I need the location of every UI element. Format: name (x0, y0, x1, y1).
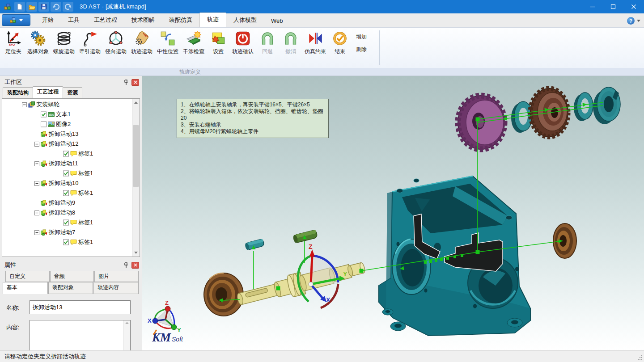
right-bearing[interactable] (553, 223, 576, 258)
collapse-icon[interactable] (34, 210, 39, 215)
close-button[interactable] (623, 0, 644, 13)
tab-process-tree[interactable]: 工艺过程 (33, 86, 63, 98)
checkbox-checked-icon[interactable] (41, 111, 47, 118)
tree-item-label[interactable]: 标签1 (2, 188, 132, 198)
tab-picture[interactable]: 图片 (94, 271, 139, 282)
ribbon-button-add[interactable]: 增加 (356, 33, 367, 41)
scroll-down-icon[interactable] (132, 249, 140, 257)
content-textarea[interactable] (30, 320, 123, 350)
scrollbar-thumb[interactable] (133, 125, 139, 187)
tab-web[interactable]: Web (264, 15, 290, 27)
tab-resources[interactable]: 资源 (63, 87, 82, 98)
ribbon-button-select-object[interactable]: 选择对象 (25, 29, 51, 55)
tree-item-activity11[interactable]: 拆卸活动11 (2, 159, 132, 168)
tree-item-activity9[interactable]: 拆卸活动9 (2, 198, 132, 208)
tree-item-root[interactable]: 安装蜗轮 (2, 100, 132, 109)
tab-trajectory-content[interactable]: 轨迹内容 (93, 282, 139, 294)
app-logo-icon[interactable] (2, 2, 13, 12)
spring-icon (56, 30, 72, 46)
tree-item-image[interactable]: 图像2 (2, 119, 132, 129)
open-file-button[interactable] (26, 2, 37, 12)
tree-item-label[interactable]: 标签1 (2, 237, 132, 247)
ribbon-button-delete[interactable]: 删除 (356, 46, 367, 53)
save-button[interactable] (38, 2, 49, 12)
ribbon-button-radial-motion[interactable]: 径向运动 (103, 29, 129, 55)
tree-item-label[interactable]: 标签1 (2, 218, 132, 227)
help-caret-icon[interactable] (637, 20, 640, 22)
locator-axes-icon: XYZ (5, 30, 21, 46)
ribbon-button-settings[interactable]: 设置 (207, 29, 230, 55)
name-input[interactable] (30, 300, 131, 314)
maximize-button[interactable] (603, 0, 623, 13)
properties-body: 名称: 内容: (2, 294, 140, 350)
note-line: 1、在蜗轮轴上安装轴承，再安装平键16×5、平键26×5 (181, 101, 325, 108)
slotted-nut[interactable] (593, 87, 620, 124)
collapse-icon[interactable] (34, 161, 39, 166)
activity-icon (41, 210, 47, 216)
textarea-scrollbar[interactable] (123, 320, 130, 350)
checkbox-unchecked-icon[interactable] (41, 121, 47, 127)
tab-tools[interactable]: 工具 (61, 13, 87, 27)
ribbon-button-undo-step[interactable]: 撤消 (279, 29, 302, 55)
tab-assembly-object[interactable]: 装配对象 (48, 282, 93, 294)
tab-basic[interactable]: 基本 (3, 282, 48, 294)
scroll-up-icon[interactable] (132, 99, 140, 106)
app-menu-button[interactable] (2, 14, 30, 26)
ribbon-button-drag-motion[interactable]: 牵引运动 (77, 29, 103, 55)
tree-scrollbar[interactable] (132, 99, 140, 257)
tree-item-label[interactable]: 标签1 (2, 168, 132, 178)
ribbon-button-trajectory-motion[interactable]: 轨迹运动 (129, 29, 155, 55)
collapse-icon[interactable] (34, 181, 39, 186)
resize-grip-icon[interactable] (637, 355, 643, 360)
ribbon-button-finish[interactable]: 结束 (328, 29, 352, 55)
worm-gear[interactable] (458, 96, 504, 149)
tab-trajectory[interactable]: 轨迹 (199, 13, 226, 27)
redo-button[interactable] (63, 2, 73, 12)
pin-icon[interactable] (122, 79, 130, 86)
properties-close-button[interactable] (131, 262, 139, 269)
tab-assembly-structure[interactable]: 装配结构 (3, 87, 33, 98)
tab-audio[interactable]: 音频 (50, 271, 94, 282)
tree-item-activity12[interactable]: 拆卸活动12 (2, 139, 132, 149)
tree-item-activity10[interactable]: 拆卸活动10 (2, 178, 132, 188)
tab-process[interactable]: 工艺过程 (87, 13, 124, 27)
viewport-3d[interactable]: Z X Y (142, 76, 644, 350)
checkbox-checked-icon[interactable] (63, 170, 69, 177)
ribbon-button-interference-check[interactable]: 干涉检查 (181, 29, 207, 55)
tree-item-activity8[interactable]: 拆卸活动8 (2, 208, 132, 218)
ribbon-button-trajectory-confirm[interactable]: 轨迹确认 (230, 29, 256, 55)
tab-assembly-simulation[interactable]: 装配仿真 (162, 13, 199, 27)
ribbon-button-simulation-constraint[interactable]: 仿真约束 (302, 29, 328, 55)
undo-button[interactable] (51, 2, 61, 12)
properties-panel-title: 属性 (4, 261, 122, 269)
collapse-icon[interactable] (34, 142, 39, 147)
workspace-close-button[interactable] (131, 79, 139, 86)
tree-item-text[interactable]: 文本1 (2, 109, 132, 119)
ribbon-button-rollback[interactable]: 回退 (256, 29, 279, 55)
tab-start[interactable]: 开始 (35, 13, 61, 27)
minimize-button[interactable] (582, 0, 603, 13)
help-button[interactable]: ? (627, 17, 635, 25)
pin-icon[interactable] (122, 261, 130, 269)
collapse-icon[interactable] (22, 102, 27, 107)
svg-text:XYZ: XYZ (8, 43, 15, 46)
tree-item-activity13[interactable]: 拆卸活动13 (2, 129, 132, 139)
checkbox-checked-icon[interactable] (63, 239, 69, 245)
ribbon-button-neutral-position[interactable]: 中性位置 (155, 29, 181, 55)
panel-splitter[interactable] (2, 257, 140, 260)
ribbon-button-spiral-motion[interactable]: 螺旋运动 (51, 29, 77, 55)
checkbox-checked-icon[interactable] (63, 190, 69, 196)
tab-human-model[interactable]: 人体模型 (226, 13, 264, 27)
gears-icon (30, 30, 46, 46)
tree-item-label[interactable]: 标签1 (2, 149, 132, 159)
checkbox-checked-icon[interactable] (63, 151, 69, 157)
checkbox-checked-icon[interactable] (63, 219, 69, 226)
tree-item-activity7[interactable]: 拆卸活动7 (2, 227, 132, 237)
collapse-icon[interactable] (34, 230, 39, 235)
tab-custom[interactable]: 自定义 (5, 271, 50, 282)
tab-tech-illustration[interactable]: 技术图解 (124, 13, 162, 27)
new-file-icon (16, 3, 23, 10)
washer-2[interactable] (574, 93, 593, 121)
ribbon-button-locator[interactable]: XYZ 定位夹 (2, 29, 25, 55)
new-file-button[interactable] (14, 2, 25, 12)
